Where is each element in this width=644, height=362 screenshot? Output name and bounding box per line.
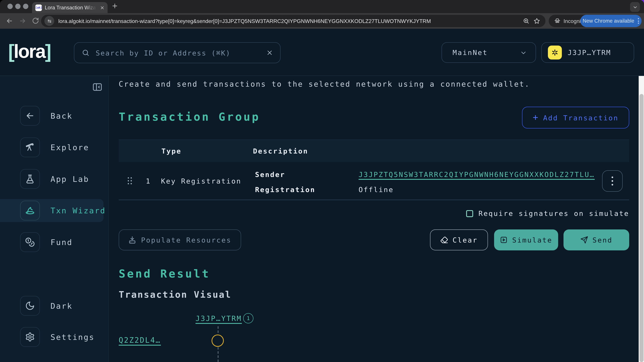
search-clear-icon[interactable]: [266, 50, 273, 56]
window-minimize-button[interactable]: [15, 4, 21, 9]
screen: [ak] Lora Transaction Wizard main: [0, 0, 644, 362]
sidebar-item-explore[interactable]: Explore: [0, 137, 108, 157]
browser-back-icon[interactable]: [6, 17, 13, 25]
table-header: Type Description: [119, 140, 629, 162]
require-signatures-row: Require signatures on simulate: [466, 209, 629, 218]
require-signatures-label: Require signatures on simulate: [478, 209, 629, 218]
simulate-button[interactable]: Simulate: [494, 229, 558, 250]
zoom-icon[interactable]: [523, 17, 530, 24]
network-select[interactable]: MainNet: [442, 42, 536, 63]
paper-plane-icon: [580, 236, 588, 244]
column-header-description: Description: [253, 147, 308, 155]
wallet-button[interactable]: J3JP…YTRM: [541, 42, 634, 63]
sidebar-item-settings[interactable]: Settings: [0, 327, 108, 347]
url-bar[interactable]: lora.algokit.io/mainnet/transaction-wiza…: [41, 15, 546, 27]
url-text[interactable]: lora.algokit.io/mainnet/transaction-wiza…: [58, 18, 519, 24]
sidebar-nav: Back Explore App Lab: [0, 106, 108, 264]
table-row: 1 Key Registration Sender J3JPZTQ5NSW3TA…: [119, 162, 629, 200]
add-transaction-button[interactable]: + Add Transaction: [522, 107, 629, 129]
transaction-id-link[interactable]: Q2Z2DL4…: [119, 336, 161, 344]
search-box[interactable]: [74, 42, 280, 63]
sidebar-item-label: Fund: [50, 238, 72, 247]
incognito-icon: [554, 17, 561, 24]
sidebar-item-label: App Lab: [50, 174, 89, 184]
tab-favicon: [ak]: [36, 4, 42, 11]
transaction-visual: J3JP…YTRM 1 Q2Z2DL4…: [119, 306, 629, 362]
browser-toolbar: lora.algokit.io/mainnet/transaction-wiza…: [0, 13, 644, 29]
browser-tab[interactable]: [ak] Lora Transaction Wizard main: [32, 2, 108, 13]
row-type: Key Registration: [161, 177, 241, 185]
sender-address-link[interactable]: J3JPZTQ5NSW3TARRC2QIYPGNWNH6NEYGGNXXKODL…: [358, 170, 595, 178]
chrome-update-button[interactable]: New Chrome available: [580, 15, 642, 27]
sidebar-item-back[interactable]: Back: [0, 106, 108, 126]
network-select-value: MainNet: [453, 48, 488, 57]
sidebar-item-label: Explore: [50, 143, 89, 152]
browser-menu-icon[interactable]: [638, 18, 639, 24]
send-result-title: Send Result: [119, 267, 210, 280]
browser-forward-icon[interactable]: [19, 17, 26, 25]
search-icon: [82, 49, 90, 57]
wallet-address-label: J3JP…YTRM: [568, 48, 611, 57]
drag-handle-icon[interactable]: [128, 177, 132, 185]
telescope-icon: [20, 137, 40, 157]
row-menu-button[interactable]: [602, 170, 622, 192]
require-signatures-checkbox[interactable]: [466, 210, 473, 217]
sidebar-item-dark-mode[interactable]: Dark: [0, 296, 108, 316]
sidebar-item-label: Back: [50, 111, 72, 120]
chevron-down-icon: [520, 49, 526, 56]
gear-icon: [20, 327, 40, 347]
visual-account-column: J3JP…YTRM 1: [196, 313, 254, 324]
browser-window: [ak] Lora Transaction Wizard main: [0, 0, 644, 362]
sidebar: Back Explore App Lab: [0, 76, 109, 362]
sidebar-item-txn-wizard[interactable]: Txn Wizard: [0, 201, 108, 221]
tab-close-icon[interactable]: [100, 5, 104, 9]
coins-icon: [20, 232, 40, 252]
page-description: Create and send transactions to the sele…: [119, 80, 530, 88]
sidebar-collapse-icon[interactable]: [92, 82, 103, 92]
tab-title: Lora Transaction Wizard main: [45, 5, 97, 10]
sidebar-item-label: Txn Wizard: [50, 206, 106, 215]
flask-icon: [20, 169, 40, 189]
scrollbar-thumb[interactable]: [639, 94, 643, 362]
field-label-registration: Registration: [255, 186, 316, 194]
main-content: Create and send transactions to the sele…: [109, 76, 644, 362]
field-label-sender: Sender: [255, 170, 285, 178]
moon-icon: [20, 296, 40, 316]
row-index: 1: [146, 177, 151, 185]
registration-value: Offline: [358, 186, 394, 194]
transaction-group-title: Transaction Group: [119, 110, 260, 123]
transaction-visual-title: Transaction Visual: [119, 290, 232, 300]
column-header-type: Type: [161, 147, 182, 155]
sidebar-footer: Dark Settings: [0, 296, 108, 347]
tab-search-icon[interactable]: [630, 2, 640, 12]
tab-strip: [ak] Lora Transaction Wizard main: [0, 0, 644, 13]
plus-icon: +: [533, 112, 539, 122]
send-button[interactable]: Send: [564, 229, 629, 250]
download-tray-icon: [128, 236, 136, 244]
bookmark-star-icon[interactable]: [534, 17, 540, 24]
search-input[interactable]: [95, 48, 261, 57]
account-link[interactable]: J3JP…YTRM: [196, 314, 242, 323]
window-zoom-button[interactable]: [23, 4, 28, 9]
sidebar-item-app-lab[interactable]: App Lab: [0, 169, 108, 189]
play-square-icon: [500, 236, 508, 244]
sidebar-item-fund[interactable]: Fund: [0, 232, 108, 252]
new-tab-icon[interactable]: [112, 3, 118, 9]
arrow-left-icon: [20, 106, 40, 126]
window-close-button[interactable]: [8, 4, 13, 9]
chrome-update-label: New Chrome available: [582, 18, 634, 24]
site-controls-icon[interactable]: [44, 16, 54, 26]
clear-button[interactable]: Clear: [430, 229, 488, 250]
app-page: [lora] MainNet: [0, 29, 644, 362]
lora-logo[interactable]: [lora]: [8, 40, 50, 62]
eraser-icon: [440, 236, 448, 244]
wallet-provider-icon: [548, 45, 562, 59]
page-scrollbar[interactable]: [639, 76, 644, 362]
transaction-node-icon[interactable]: [212, 335, 224, 347]
browser-reload-icon[interactable]: [32, 17, 39, 24]
sidebar-item-label: Settings: [50, 333, 94, 342]
populate-resources-button[interactable]: Populate Resources: [119, 229, 241, 250]
wizard-hat-icon: [20, 201, 40, 221]
sidebar-item-label: Dark: [50, 301, 72, 310]
app-header: [lora] MainNet: [0, 29, 644, 76]
